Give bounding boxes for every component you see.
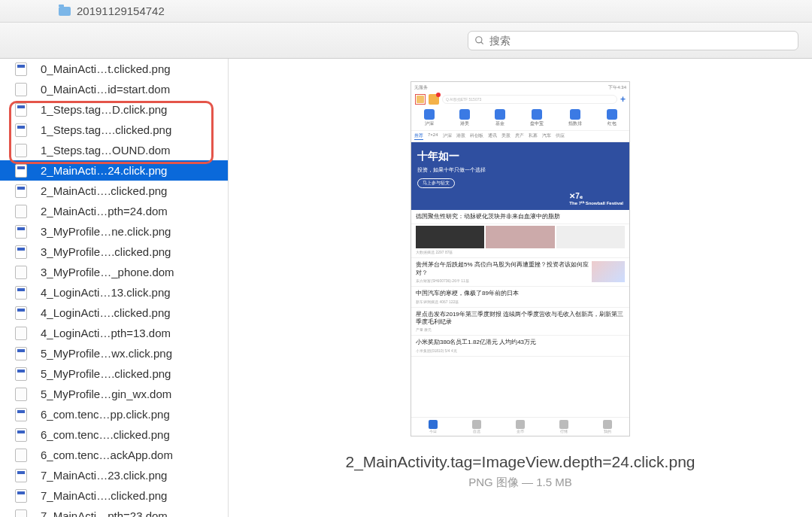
file-name: 0_MainActi…t.clicked.png xyxy=(41,62,171,75)
file-name: 0_MainActi…id=start.dom xyxy=(41,83,170,96)
quick-item: 沪深 xyxy=(424,109,435,127)
file-row[interactable]: 5_MyProfile….clicked.png xyxy=(0,363,228,384)
file-row[interactable]: 2_MainActi….clicked.png xyxy=(0,181,228,201)
status-left: 无服务 xyxy=(414,84,428,91)
file-row[interactable]: 7_MainActi….clicked.png xyxy=(0,485,228,506)
tab: 科创板 xyxy=(470,132,483,140)
file-name: 2_MainActi….clicked.png xyxy=(41,184,167,197)
file-name: 6_com.tenc…pp.click.png xyxy=(41,408,170,421)
file-name: 4_LoginActi…pth=13.dom xyxy=(41,327,171,339)
folder-icon xyxy=(59,7,71,16)
file-name: 4_LoginActi….clicked.png xyxy=(41,306,171,319)
file-row[interactable]: 6_com.tenc….clicked.png xyxy=(0,424,228,445)
png-file-icon xyxy=(15,489,27,503)
tab: 7×24 xyxy=(428,132,438,140)
file-row[interactable]: 4_LoginActi…pth=13.dom xyxy=(0,323,228,343)
file-name: 4_LoginActi…13.click.png xyxy=(41,286,171,299)
file-row[interactable]: 6_com.tenc…pp.click.png xyxy=(0,404,228,424)
file-row[interactable]: 4_LoginActi….clicked.png xyxy=(0,303,228,323)
tab: 推荐 xyxy=(414,132,423,140)
png-file-icon xyxy=(15,286,27,300)
tab: 供应 xyxy=(556,132,565,140)
status-right: 下午4:34 xyxy=(608,84,626,91)
dom-file-icon xyxy=(15,388,27,401)
file-row[interactable]: 1_Steps.tag…D.click.png xyxy=(0,99,228,120)
bottom-nav-item: 我的 xyxy=(603,420,612,433)
quick-item: 红包 xyxy=(607,109,617,127)
search-field[interactable] xyxy=(468,31,798,50)
tab: 港股 xyxy=(456,132,465,140)
dom-file-icon xyxy=(15,144,27,157)
tab: 房产 xyxy=(515,132,524,140)
preview-thumbnail: 无服务 下午4:34 Q AI股指ETF 515073 + 沪深港美基金盘中宝指… xyxy=(411,81,630,436)
file-row[interactable]: 5_MyProfile…gin_wx.dom xyxy=(0,384,228,404)
png-file-icon xyxy=(15,367,27,381)
tab: 通讯 xyxy=(488,132,497,140)
file-row[interactable]: 0_MainActi…id=start.dom xyxy=(0,79,228,99)
file-row[interactable]: 4_LoginActi…13.click.png xyxy=(0,282,228,303)
file-row[interactable]: 2_MainActi…pth=24.dom xyxy=(0,201,228,221)
dom-file-icon xyxy=(15,83,27,96)
dom-file-icon xyxy=(15,327,27,340)
file-row[interactable]: 3_MyProfile…_phone.dom xyxy=(0,262,228,282)
png-file-icon xyxy=(15,123,27,137)
quick-item: 盘中宝 xyxy=(530,109,544,127)
search-input[interactable] xyxy=(489,35,792,47)
png-file-icon xyxy=(15,408,27,421)
svg-line-1 xyxy=(481,41,483,44)
article: 小米奖励380名员工1.82亿港元 人均约43万元小米集团(01810) 5/4… xyxy=(411,336,629,356)
file-list[interactable]: 0_MainActi…t.clicked.png0_MainActi…id=st… xyxy=(0,59,229,517)
png-file-icon xyxy=(15,469,27,482)
banner-subtitle: 投资，如果十年只做一个选择 xyxy=(417,166,623,174)
bottom-nav-item: 自选 xyxy=(472,420,481,433)
file-row[interactable]: 7_MainActi…23.click.png xyxy=(0,465,228,485)
file-name: 6_com.tenc….clicked.png xyxy=(41,428,170,441)
png-file-icon xyxy=(15,184,27,198)
file-name: 5_MyProfile…wx.click.png xyxy=(41,347,172,360)
bottom-nav-item: 行情 xyxy=(559,420,568,433)
png-file-icon xyxy=(15,347,27,360)
file-row[interactable]: 3_MyProfile…ne.click.png xyxy=(0,221,228,242)
message-icon xyxy=(429,94,439,105)
png-file-icon xyxy=(15,306,27,320)
file-row[interactable]: 6_com.tenc…ackApp.dom xyxy=(0,445,228,465)
bottom-nav-item: 金币 xyxy=(516,420,525,433)
quick-item: 指数排 xyxy=(568,109,582,127)
folder-name: 20191129154742 xyxy=(77,5,165,17)
file-name: 3_MyProfile…_phone.dom xyxy=(41,266,174,278)
file-name: 3_MyProfile….clicked.png xyxy=(41,245,171,258)
banner-cta: 马上参与征文 xyxy=(417,178,455,188)
dom-file-icon xyxy=(15,266,27,279)
app-search: Q AI股指ETF 515073 xyxy=(442,95,617,104)
file-row[interactable]: 3_MyProfile….clicked.png xyxy=(0,242,228,262)
file-name: 7_MainActi…pth=23.dom xyxy=(41,509,168,517)
svg-point-0 xyxy=(476,36,482,42)
file-row[interactable]: 0_MainActi…t.clicked.png xyxy=(0,59,228,79)
plus-icon: + xyxy=(620,94,626,105)
quick-item: 基金 xyxy=(495,109,505,127)
file-name: 2_MainActi…24.click.png xyxy=(41,164,167,177)
bottom-nav-item: 今日 xyxy=(429,420,438,433)
file-name: 2_MainActi…pth=24.dom xyxy=(41,205,168,217)
preview-filename: 2_MainActivity.tag=ImageView.depth=24.cl… xyxy=(345,453,695,471)
file-name: 3_MyProfile…ne.click.png xyxy=(41,225,171,238)
png-file-icon xyxy=(15,245,27,259)
file-row[interactable]: 1_Steps.tag…OUND.dom xyxy=(0,140,228,160)
article: 中国汽车的寒梗，像极了89年前的日本新车评测摘选 4067 122基 xyxy=(411,287,629,307)
file-name: 7_MainActi…23.click.png xyxy=(41,469,167,482)
banner-brand: ✕7ₑ The 7ᵗʰ Snowball Festival xyxy=(569,192,623,205)
png-file-icon xyxy=(15,225,27,239)
file-name: 5_MyProfile….clicked.png xyxy=(41,367,171,380)
file-name: 1_Steps.tag….clicked.png xyxy=(41,123,171,136)
toolbar xyxy=(0,23,812,59)
quick-item: 港美 xyxy=(459,109,470,127)
file-row[interactable]: 7_MainActi…pth=23.dom xyxy=(0,506,228,517)
banner: 十年如一 投资，如果十年只做一个选择 马上参与征文 ✕7ₑ The 7ᵗʰ Sn… xyxy=(411,142,629,210)
file-row[interactable]: 1_Steps.tag….clicked.png xyxy=(0,120,228,140)
window-titlebar: 20191129154742 xyxy=(0,0,812,23)
file-row[interactable]: 5_MyProfile…wx.click.png xyxy=(0,343,228,363)
file-row[interactable]: 2_MainActi…24.click.png xyxy=(0,160,228,181)
file-name: 1_Steps.tag…OUND.dom xyxy=(41,144,171,157)
file-name: 6_com.tenc…ackApp.dom xyxy=(41,449,173,461)
dom-file-icon xyxy=(15,509,27,518)
